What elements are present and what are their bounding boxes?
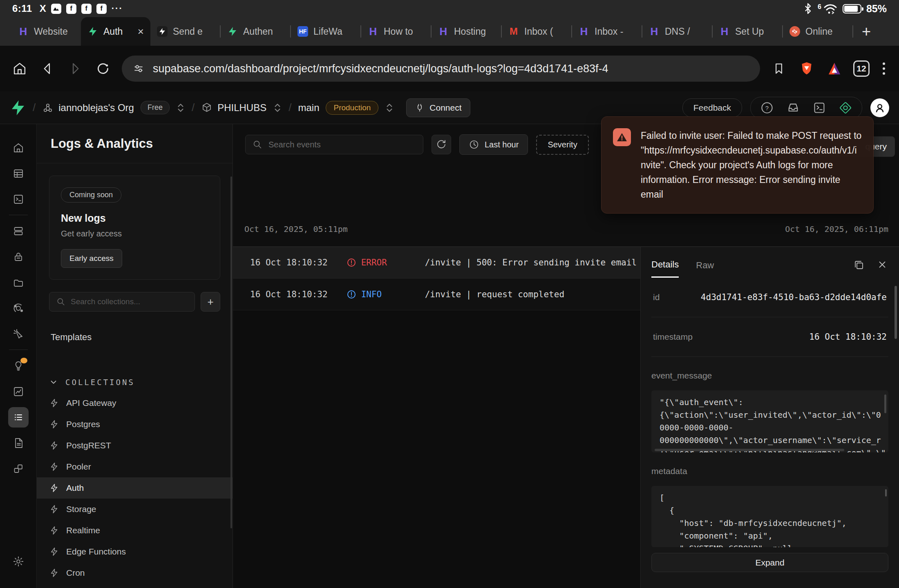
integrations-icon[interactable] (7, 456, 30, 481)
connect-button[interactable]: Connect (406, 98, 470, 117)
advisors-icon[interactable] (7, 353, 30, 379)
tab-send-email[interactable]: Send e (150, 17, 220, 46)
home-button[interactable] (11, 61, 29, 76)
collections-search[interactable] (49, 292, 195, 312)
expand-button[interactable]: Expand (651, 553, 888, 572)
sidebar-scrollbar-thumb[interactable] (230, 176, 232, 528)
settings-icon[interactable] (7, 548, 30, 574)
org-selector[interactable]: iannoblejas's Org (42, 102, 134, 114)
bookmark-button[interactable] (770, 62, 788, 75)
org-switcher-icon[interactable] (176, 102, 185, 113)
metadata-block[interactable]: [ { "host": "db-mrfcysidxecndeucnetj", "… (651, 486, 888, 547)
event-message-block[interactable]: "{\"auth_event\": {\"action\":\"user_inv… (651, 390, 888, 452)
feedback-button[interactable]: Feedback (682, 98, 742, 117)
tab-hosting[interactable]: H Hosting (432, 17, 501, 46)
site-settings-icon[interactable] (132, 62, 145, 75)
notifications-inbox-icon[interactable] (787, 101, 800, 114)
collections-section-header[interactable]: COLLECTIONS (49, 378, 233, 387)
error-toast[interactable]: Failed to invite user: Failed to make PO… (601, 116, 874, 214)
scrollbar-thumb[interactable] (884, 394, 886, 413)
tab-close-icon[interactable]: × (138, 26, 144, 37)
reports-icon[interactable] (7, 379, 30, 404)
brave-shield-icon[interactable] (798, 61, 816, 76)
realtime-icon[interactable] (7, 321, 30, 347)
url-text[interactable]: supabase.com/dashboard/project/mrfcysidx… (153, 62, 608, 75)
page-scrollbar-thumb[interactable] (895, 286, 897, 339)
branch-switcher-icon[interactable] (385, 102, 394, 113)
auth-nav-icon[interactable] (7, 244, 30, 270)
reload-button[interactable] (94, 61, 112, 76)
field-value[interactable]: 4d3d1741-e83f-4510-ba63-d2dde14d0afe (701, 292, 887, 302)
scrollbar-thumb-horizontal[interactable] (655, 449, 844, 451)
new-tab-button[interactable]: + (853, 17, 879, 46)
plan-badge[interactable]: Free (141, 101, 170, 114)
browser-menu-button[interactable] (879, 62, 888, 75)
severity-filter[interactable]: Severity (536, 135, 588, 155)
early-access-button[interactable]: Early access (61, 249, 122, 268)
event-message-code[interactable]: "{\"auth_event\": {\"action\":\"user_inv… (651, 390, 888, 452)
logs-nav-icon-selected[interactable] (7, 404, 30, 430)
collection-postgrest[interactable]: PostgREST (37, 435, 233, 456)
database-icon[interactable] (7, 218, 30, 244)
brave-rewards-icon[interactable] (825, 61, 843, 76)
url-bar[interactable]: supabase.com/dashboard/project/mrfcysidx… (122, 56, 760, 82)
log-row-info[interactable]: 16 Oct 18:10:32 INFO /invite | request c… (233, 278, 640, 310)
tab-raw[interactable]: Raw (696, 260, 714, 277)
project-selector[interactable]: PHILHUBS (201, 102, 266, 114)
table-editor-icon[interactable] (7, 160, 30, 186)
tab-dns[interactable]: H DNS / (642, 17, 712, 46)
api-docs-icon[interactable] (7, 430, 30, 456)
storage-nav-icon[interactable] (7, 270, 30, 295)
sql-editor-icon[interactable] (7, 186, 30, 212)
user-avatar[interactable] (870, 98, 889, 117)
scrollbar-thumb[interactable] (885, 489, 887, 497)
home-nav-icon[interactable] (7, 135, 30, 160)
project-switcher-icon[interactable] (273, 102, 282, 113)
edge-functions-icon[interactable] (7, 295, 30, 321)
add-collection-button[interactable]: + (201, 292, 220, 312)
refresh-button[interactable] (432, 135, 451, 154)
tab-how-to[interactable]: H How to (361, 17, 431, 46)
collection-auth-selected[interactable]: Auth (37, 477, 233, 499)
breadcrumb-slash: / (288, 101, 291, 114)
tab-details[interactable]: Details (651, 259, 679, 278)
tab-authentication[interactable]: Authen (221, 17, 290, 46)
templates-link[interactable]: Templates (51, 332, 233, 343)
tab-set-up[interactable]: H Set Up (713, 17, 782, 46)
supabase-logo[interactable] (10, 100, 26, 116)
tab-count-button[interactable]: 12 (853, 60, 870, 77)
log-row-error[interactable]: 16 Oct 18:10:32 ERROR /invite | 500: Err… (233, 247, 640, 278)
tab-gmail-inbox[interactable]: M Inbox ( (502, 17, 571, 46)
time-range-label: Last hour (485, 140, 519, 149)
branch-name[interactable]: main (298, 102, 319, 114)
field-value[interactable]: 16 Oct 18:10:32 (809, 332, 887, 342)
events-search-input[interactable] (268, 140, 416, 149)
environment-badge[interactable]: Production (326, 101, 378, 115)
tab-website[interactable]: H Website (11, 17, 81, 46)
tab-inbox[interactable]: H Inbox - (572, 17, 642, 46)
collection-pooler[interactable]: Pooler (37, 456, 233, 477)
assistant-icon[interactable] (839, 101, 852, 114)
collection-cron[interactable]: Cron (37, 562, 233, 584)
close-icon[interactable] (877, 259, 888, 270)
org-icon (42, 102, 54, 114)
collection-postgres[interactable]: Postgres (37, 414, 233, 435)
events-search[interactable] (245, 135, 423, 154)
tab-lifeway[interactable]: HF LifeWa (291, 17, 360, 46)
metadata-code[interactable]: [ { "host": "db-mrfcysidxecndeucnetj", "… (651, 486, 888, 547)
collection-storage[interactable]: Storage (37, 499, 233, 520)
terminal-icon[interactable] (813, 101, 826, 114)
help-icon[interactable]: ? (760, 101, 774, 114)
collection-edge-functions[interactable]: Edge Functions (37, 541, 233, 562)
collection-realtime[interactable]: Realtime (37, 520, 233, 541)
collection-api-gateway[interactable]: API Gateway (37, 392, 233, 414)
copy-icon[interactable] (853, 259, 865, 271)
tab-online[interactable]: ⇄ Online (783, 17, 852, 46)
back-button[interactable] (38, 62, 56, 76)
forward-button[interactable] (66, 62, 84, 76)
time-range-filter[interactable]: Last hour (459, 134, 528, 155)
collection-label: PostgREST (66, 441, 111, 450)
supabase-favicon (87, 26, 98, 37)
tab-auth-active[interactable]: Auth × (81, 17, 150, 46)
collections-search-input[interactable] (71, 297, 188, 306)
